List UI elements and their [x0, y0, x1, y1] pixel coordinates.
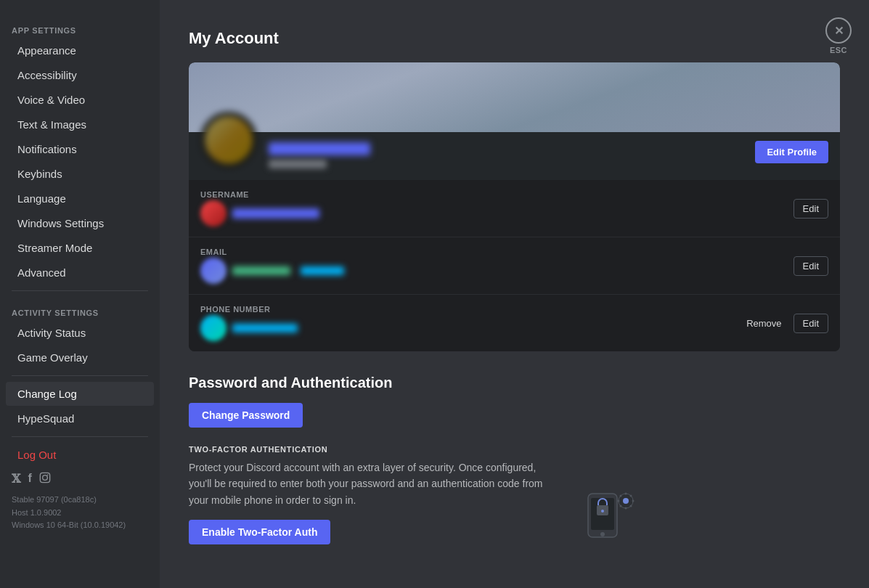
phone-label: PHONE NUMBER — [200, 305, 741, 314]
sidebar-item-windows-settings[interactable]: Windows Settings — [6, 211, 154, 235]
profile-name-section — [266, 142, 370, 168]
page-title: My Account — [189, 29, 840, 48]
esc-label: ESC — [830, 46, 847, 54]
svg-point-16 — [620, 505, 622, 507]
email-value — [200, 258, 793, 284]
username-label: USERNAME — [200, 190, 793, 199]
phone-remove-button[interactable]: Remove — [741, 315, 787, 332]
profile-name-blurred — [269, 142, 370, 155]
sidebar-item-language[interactable]: Language — [6, 187, 154, 211]
username-value — [200, 200, 793, 226]
phone-text-blurred — [232, 324, 298, 332]
email-tag-blurred — [301, 266, 344, 275]
esc-button[interactable]: ✕ ESC — [825, 17, 852, 54]
profile-header-row: Edit Profile — [200, 132, 828, 168]
sidebar-item-hypesquad[interactable]: HypeSquad — [6, 407, 154, 430]
email-edit-button[interactable]: Edit — [793, 256, 828, 276]
enable-two-fa-button[interactable]: Enable Two-Factor Auth — [189, 520, 330, 544]
svg-rect-0 — [40, 473, 49, 482]
username-avatar-blurred — [200, 200, 227, 226]
two-fa-row: Protect your Discord account with an ext… — [189, 460, 840, 544]
sidebar-item-activity-status[interactable]: Activity Status — [6, 321, 154, 345]
sidebar-item-streamer-mode[interactable]: Streamer Mode — [6, 236, 154, 260]
phone-info: PHONE NUMBER — [200, 305, 741, 341]
avatar — [200, 112, 257, 168]
username-row: USERNAME Edit — [189, 180, 840, 237]
facebook-icon[interactable]: f — [28, 472, 31, 486]
email-label: EMAIL — [200, 248, 793, 256]
sidebar-item-changelog[interactable]: Change Log — [6, 382, 154, 406]
twitter-icon[interactable]: 𝕏 — [12, 472, 20, 486]
svg-point-13 — [632, 500, 635, 502]
sidebar-item-appearance[interactable]: Appearance — [6, 38, 154, 62]
email-info: EMAIL — [200, 248, 793, 284]
app-settings-section-label: APP SETTINGS — [0, 15, 160, 38]
activity-settings-section-label: ACTIVITY SETTINGS — [0, 297, 160, 320]
email-row: EMAIL Edit — [189, 237, 840, 294]
sidebar-item-notifications[interactable]: Notifications — [6, 137, 154, 161]
instagram-icon[interactable] — [39, 472, 51, 486]
svg-point-2 — [47, 475, 49, 476]
svg-point-1 — [42, 475, 47, 481]
svg-point-10 — [625, 493, 627, 495]
profile-bottom-dark: Edit Profile — [189, 132, 840, 180]
edit-profile-button[interactable]: Edit Profile — [755, 141, 828, 163]
change-password-button[interactable]: Change Password — [189, 403, 303, 428]
profile-tag-blurred — [269, 160, 327, 168]
sidebar-item-accessibility[interactable]: Accessibility — [6, 63, 154, 87]
account-rows: USERNAME Edit EMAIL — [189, 180, 840, 351]
sidebar-divider-2 — [12, 375, 148, 376]
svg-point-7 — [601, 510, 604, 513]
sidebar-item-voice-video[interactable]: Voice & Video — [6, 88, 154, 112]
main-content: My Account Edit Profile — [160, 0, 869, 588]
phone-value — [200, 315, 741, 341]
password-auth-section: Password and Authentication Change Passw… — [189, 375, 840, 544]
username-actions: Edit — [793, 199, 828, 219]
svg-point-11 — [625, 507, 627, 510]
username-text-blurred — [232, 208, 319, 219]
sidebar-item-advanced[interactable]: Advanced — [6, 261, 154, 285]
svg-point-5 — [600, 532, 605, 536]
email-actions: Edit — [793, 256, 828, 276]
phone-actions: Remove Edit — [741, 314, 828, 333]
profile-avatar-name-section — [200, 138, 370, 168]
sidebar-social-icons: 𝕏 f — [0, 467, 160, 491]
svg-point-12 — [618, 500, 620, 502]
username-edit-button[interactable]: Edit — [793, 199, 828, 219]
svg-point-9 — [623, 498, 629, 504]
profile-card: Edit Profile USERNAME Edit — [189, 62, 840, 351]
two-fa-description: Protect your Discord account with an ext… — [189, 460, 552, 508]
esc-circle-icon: ✕ — [825, 17, 852, 44]
svg-point-14 — [620, 495, 622, 497]
sidebar-item-logout[interactable]: Log Out — [6, 443, 154, 467]
two-fa-text-section: Protect your Discord account with an ext… — [189, 460, 552, 544]
password-section-title: Password and Authentication — [189, 375, 840, 391]
phone-row: PHONE NUMBER Remove Edit — [189, 294, 840, 351]
profile-banner — [189, 62, 840, 132]
sidebar: APP SETTINGS Appearance Accessibility Vo… — [0, 0, 160, 588]
two-fa-label: TWO-FACTOR AUTHENTICATION — [189, 445, 840, 454]
phone-avatar-blurred — [200, 315, 227, 341]
email-avatar-blurred — [200, 258, 227, 284]
sidebar-item-game-overlay[interactable]: Game Overlay — [6, 346, 154, 369]
svg-point-17 — [630, 505, 632, 507]
sidebar-divider-1 — [12, 290, 148, 291]
profile-avatar-wrap — [200, 112, 257, 168]
profile-banner-area — [189, 62, 840, 132]
two-fa-illustration — [566, 486, 639, 544]
sidebar-item-keybinds[interactable]: Keybinds — [6, 162, 154, 186]
phone-edit-button[interactable]: Edit — [793, 314, 828, 333]
sidebar-divider-3 — [12, 436, 148, 437]
sidebar-item-text-images[interactable]: Text & Images — [6, 113, 154, 136]
sidebar-version: Stable 97097 (0ca818c) Host 1.0.9002 Win… — [0, 491, 160, 535]
email-text-blurred — [232, 266, 290, 275]
svg-point-15 — [630, 495, 632, 497]
username-info: USERNAME — [200, 190, 793, 226]
